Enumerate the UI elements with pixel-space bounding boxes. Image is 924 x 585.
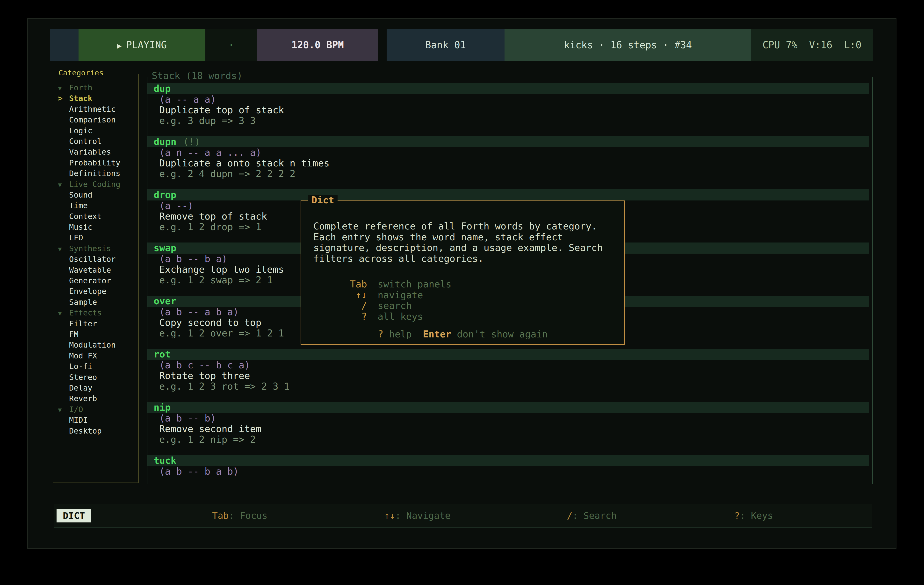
sidebar-item-label: Context	[69, 212, 102, 221]
play-icon: ▶	[117, 41, 122, 50]
collapse-arrow-icon: ▼	[58, 405, 69, 415]
modal-action-label[interactable]: help	[383, 329, 412, 339]
sidebar-item-reverb[interactable]: Reverb	[53, 393, 138, 404]
word-entry-header[interactable]: tuck	[147, 455, 869, 466]
sidebar-item-modulation[interactable]: Modulation	[53, 339, 138, 350]
status-hint-key: ↑↓	[384, 510, 395, 521]
sidebar-item-arithmetic[interactable]: Arithmetic	[53, 104, 138, 114]
sidebar-item-label: Mod FX	[69, 351, 97, 360]
sidebar-item-label: Synthesis	[69, 244, 111, 253]
beat-indicator: ·	[205, 29, 257, 61]
mode-color-block	[50, 29, 79, 61]
word-entry-header[interactable]: nip	[147, 402, 869, 413]
shortcut-key: ?	[314, 311, 367, 322]
sidebar-item-label: Control	[69, 137, 102, 146]
sidebar-item-wavetable[interactable]: Wavetable	[53, 265, 138, 275]
sidebar-item-label: Envelope	[69, 287, 106, 296]
dict-modal-body-line: signature, description, and a usage exam…	[314, 242, 617, 253]
sidebar-item-label: Stack	[69, 94, 92, 103]
sidebar-item-forth[interactable]: ▼Forth	[53, 82, 138, 93]
sidebar-item-stereo[interactable]: Stereo	[53, 372, 138, 382]
word-entry-header[interactable]: drop	[147, 190, 869, 201]
shortcut-key: ↑↓	[314, 290, 367, 301]
sidebar-item-label: Oscillator	[69, 255, 116, 264]
word-name: rot	[153, 349, 171, 360]
sidebar-item-desktop[interactable]: Desktop	[53, 425, 138, 436]
categories-panel: Categories ▼Forth>StackArithmeticCompari…	[53, 74, 139, 483]
sidebar-item-filter[interactable]: Filter	[53, 318, 138, 329]
sidebar-item-envelope[interactable]: Envelope	[53, 286, 138, 297]
sidebar-item-label: Definitions	[69, 169, 120, 178]
sidebar-item-comparison[interactable]: Comparison	[53, 114, 138, 125]
shortcut-label: search	[378, 300, 412, 311]
sidebar-item-mod-fx[interactable]: Mod FX	[53, 351, 138, 361]
sidebar-item-delay[interactable]: Delay	[53, 382, 138, 393]
sidebar-item-lfo[interactable]: LFO	[53, 232, 138, 243]
status-hint-navigate: ↑↓: Navigate	[384, 504, 450, 527]
sidebar-item-music[interactable]: Music	[53, 222, 138, 232]
sidebar-item-midi[interactable]: MIDI	[53, 415, 138, 425]
modal-action-key-[interactable]: ?	[378, 329, 383, 339]
word-name: dupn	[153, 136, 177, 147]
modal-action-key-enter[interactable]: Enter	[423, 329, 451, 339]
status-hint-label: : Search	[573, 510, 617, 521]
sidebar-item-label: Comparison	[69, 115, 116, 124]
word-description: Duplicate a onto stack n times	[147, 158, 869, 168]
sidebar-item-label: I/O	[69, 405, 83, 414]
sidebar-item-synthesis[interactable]: ▼Synthesis	[53, 243, 138, 254]
app-window: ▶PLAYING · 120.0 BPM Bank 01 kicks · 16 …	[27, 18, 896, 549]
word-name: nip	[153, 402, 171, 413]
dict-modal-footer: ? helpEnter don't show again	[301, 329, 624, 339]
word-entry-rot: rot(a b c -- b c a)Rotate top threee.g. …	[147, 349, 869, 392]
word-entry-header[interactable]: dupn(!)	[147, 136, 869, 147]
word-name: drop	[153, 190, 177, 200]
sidebar-item-label: Delay	[69, 383, 92, 392]
word-name: tuck	[153, 455, 177, 466]
word-signature: (a b -- b a b)	[147, 466, 869, 477]
sidebar-item-i-o[interactable]: ▼I/O	[53, 404, 138, 415]
sidebar-item-variables[interactable]: Variables	[53, 147, 138, 157]
sidebar-item-label: Wavetable	[69, 265, 111, 275]
sidebar-item-label: Live Coding	[69, 180, 120, 189]
sidebar-item-control[interactable]: Control	[53, 136, 138, 147]
sidebar-item-live-coding[interactable]: ▼Live Coding	[53, 179, 138, 190]
sidebar-item-stack[interactable]: >Stack	[53, 93, 138, 104]
sidebar-item-label: Forth	[69, 83, 92, 92]
sidebar-item-effects[interactable]: ▼Effects	[53, 308, 138, 318]
sidebar-item-definitions[interactable]: Definitions	[53, 168, 138, 179]
word-description: Duplicate top of stack	[147, 105, 869, 115]
shortcut-key: Tab	[314, 279, 367, 290]
word-entry-header[interactable]: rot	[147, 349, 869, 360]
sidebar-item-probability[interactable]: Probability	[53, 158, 138, 168]
dict-modal: Dict Complete reference of all Forth wor…	[300, 201, 625, 345]
shortcut-row-navigate: ↑↓navigate	[314, 290, 451, 301]
status-hint-label: : Focus	[229, 510, 267, 521]
top-bar-spacer	[378, 29, 387, 61]
sidebar-item-context[interactable]: Context	[53, 211, 138, 222]
sidebar-item-label: Logic	[69, 126, 92, 135]
sidebar-item-lo-fi[interactable]: Lo-fi	[53, 361, 138, 372]
word-entry-dupn: dupn(!)(a n -- a a ... a)Duplicate a ont…	[147, 136, 869, 179]
dict-modal-shortcuts: Tabswitch panels↑↓navigate/search?all ke…	[314, 279, 451, 322]
word-entry-header[interactable]: dup	[147, 83, 869, 94]
pattern-display: kicks · 16 steps · #34	[505, 29, 751, 61]
sidebar-item-generator[interactable]: Generator	[53, 275, 138, 286]
transport-status: ▶PLAYING	[79, 29, 205, 61]
shortcut-label: navigate	[378, 290, 423, 300]
modal-action-label[interactable]: don't show again	[451, 329, 548, 339]
status-hint-key: ?	[734, 510, 740, 521]
sidebar-item-label: Lo-fi	[69, 362, 92, 371]
sidebar-item-sound[interactable]: Sound	[53, 190, 138, 200]
system-stats: CPU 7% V:16 L:0	[751, 29, 873, 61]
word-example: e.g. 3 dup => 3 3	[147, 115, 869, 126]
sidebar-item-label: Reverb	[69, 394, 97, 403]
sidebar-item-oscillator[interactable]: Oscillator	[53, 254, 138, 264]
sidebar-item-fm[interactable]: FM	[53, 329, 138, 339]
status-hint-focus: Tab: Focus	[212, 504, 267, 527]
sidebar-item-label: Effects	[69, 308, 102, 317]
sidebar-item-logic[interactable]: Logic	[53, 125, 138, 136]
sidebar-item-sample[interactable]: Sample	[53, 297, 138, 308]
sidebar-item-time[interactable]: Time	[53, 200, 138, 211]
dict-modal-body-line: filters across all categories.	[314, 253, 617, 264]
sidebar-item-label: Generator	[69, 276, 111, 285]
